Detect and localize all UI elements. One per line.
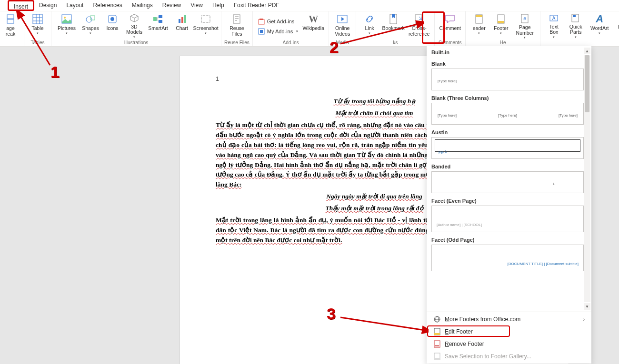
scroll-down-icon[interactable]: ▼	[584, 303, 590, 310]
chart-button[interactable]: Chart	[171, 12, 192, 40]
svg-rect-33	[498, 21, 504, 23]
gallery-option-blank-three-columns[interactable]: [Type here] [Type here] [Type here]	[431, 103, 584, 125]
page-number-button[interactable]: #Page Number▾	[512, 12, 537, 40]
shapes-icon	[85, 13, 96, 25]
screenshot-icon	[200, 13, 211, 25]
gallery-option-austin[interactable]: pg. 1	[431, 137, 584, 159]
svg-rect-21	[201, 16, 210, 22]
ribbon-tabs: Insert Design Layout References Mailings…	[0, 0, 619, 11]
svg-line-58	[340, 317, 425, 330]
tab-references[interactable]: References	[88, 0, 127, 11]
globe-icon	[433, 315, 441, 323]
scroll-thumb[interactable]	[585, 55, 589, 112]
annotation-number-1: 1	[50, 63, 60, 81]
svg-rect-14	[159, 15, 162, 18]
text-box-button[interactable]: AText Box▾	[543, 12, 564, 40]
annotation-arrow-3	[338, 315, 429, 334]
tab-layout[interactable]: Layout	[61, 0, 88, 11]
svg-point-9	[86, 17, 92, 22]
reuse-files-button[interactable]: Reuse Files	[226, 12, 247, 40]
group-addins: Get Add-ins My Add-ins▾ WWikipedia Add-i…	[253, 11, 329, 46]
group-header-footer: eader▾ Footer▾ #Page Number▾ He	[466, 11, 540, 46]
svg-rect-1	[7, 20, 14, 23]
gallery-option-blank[interactable]: [Type here]	[431, 69, 584, 90]
svg-rect-24	[260, 19, 263, 20]
reuse-icon	[231, 13, 242, 25]
gallery-scrollbar[interactable]: ▲ ▼	[584, 48, 590, 310]
tab-review[interactable]: Review	[158, 0, 186, 11]
quick-parts-button[interactable]: Quick Parts▾	[565, 12, 586, 40]
gallery-commands: More Footers from Office.com › Edit Foot…	[427, 312, 591, 364]
gallery-category-builtin: Built-in	[431, 48, 584, 58]
get-addins-button[interactable]: Get Add-ins	[256, 17, 300, 26]
save-selection-footer-button: Save Selection to Footer Gallery...	[427, 350, 591, 363]
scroll-up-icon[interactable]: ▲	[584, 48, 590, 54]
gallery-option-blank-label: Blank	[431, 58, 584, 69]
tab-view[interactable]: View	[186, 0, 208, 11]
annotation-box-edit-footer	[427, 325, 510, 337]
screenshot-button[interactable]: Screenshot▾	[193, 12, 218, 40]
remove-footer-button[interactable]: Remove Footer	[427, 338, 591, 350]
footer-gallery-dropdown: Built-in Blank [Type here] Blank (Three …	[427, 46, 591, 364]
pictures-button[interactable]: Pictures▾	[54, 12, 79, 40]
gallery-option-facet-even-label: Facet (Even Page)	[431, 195, 584, 206]
annotation-number-3: 3	[327, 305, 336, 323]
tab-insert[interactable]: Insert	[8, 0, 34, 11]
header-icon	[473, 13, 485, 25]
3d-models-button[interactable]: 3D Models▾	[124, 12, 145, 40]
cube-icon	[129, 13, 140, 23]
smartart-icon	[152, 13, 164, 25]
tab-design[interactable]: Design	[34, 0, 61, 11]
gallery-option-blank3-label: Blank (Three Columns)	[431, 92, 584, 103]
header-button[interactable]: eader▾	[469, 12, 489, 40]
svg-line-56	[20, 15, 50, 65]
svg-rect-18	[179, 19, 180, 23]
gallery-option-facet-even[interactable]: [Author name] | [SCHOOL]	[431, 206, 584, 232]
remove-footer-icon	[433, 340, 441, 348]
pictures-icon	[61, 13, 72, 25]
chevron-right-icon: ›	[583, 317, 585, 322]
icons-icon	[107, 13, 118, 25]
quickparts-icon	[570, 13, 581, 23]
more-footers-button[interactable]: More Footers from Office.com ›	[427, 313, 591, 325]
svg-rect-0	[7, 15, 14, 19]
wikipedia-button[interactable]: WWikipedia	[301, 12, 326, 40]
page-number-icon: #	[519, 13, 530, 24]
annotation-box-footer	[422, 11, 445, 44]
my-addins-button[interactable]: My Add-ins▾	[256, 27, 300, 36]
textbox-icon: A	[548, 13, 559, 23]
svg-point-12	[110, 17, 114, 21]
svg-rect-31	[476, 15, 482, 17]
svg-rect-20	[184, 15, 186, 23]
save-gallery-icon	[433, 353, 441, 360]
gallery-option-banded-label: Banded	[431, 161, 584, 171]
svg-rect-23	[259, 20, 264, 24]
tab-help[interactable]: Help	[208, 0, 229, 11]
tab-foxit[interactable]: Foxit Reader PDF	[229, 0, 284, 11]
svg-point-8	[64, 17, 66, 19]
wikipedia-icon: W	[308, 13, 319, 25]
annotation-arrow-2	[338, 20, 424, 46]
annotation-arrow-1	[14, 10, 53, 68]
svg-text:A: A	[552, 16, 556, 21]
svg-rect-15	[159, 20, 162, 23]
gallery-option-facet-odd[interactable]: [DOCUMENT TITLE] | [Document subtitle]	[431, 245, 584, 271]
svg-line-57	[340, 24, 419, 44]
svg-rect-55	[434, 358, 440, 360]
smartart-button[interactable]: SmartArt	[146, 12, 170, 40]
shapes-button[interactable]: Shapes▾	[80, 12, 101, 40]
svg-rect-26	[260, 30, 263, 33]
store-icon	[258, 18, 265, 25]
gallery-option-banded[interactable]: 1	[431, 171, 584, 193]
group-illustrations: Pictures▾ Shapes▾ Icons 3D Models▾ Smart…	[51, 11, 221, 46]
tab-mailings[interactable]: Mailings	[127, 0, 158, 11]
icons-button[interactable]: Icons	[102, 12, 123, 40]
svg-line-17	[157, 19, 159, 21]
svg-line-16	[157, 17, 159, 19]
chart-icon	[176, 13, 188, 25]
wordart-button[interactable]: AWordArt▾	[587, 12, 612, 40]
gallery-option-facet-odd-label: Facet (Odd Page)	[431, 234, 584, 245]
footer-button[interactable]: Footer▾	[490, 12, 511, 40]
drop-cap-button[interactable]: ADrop Cap▾	[613, 12, 619, 40]
comment-icon	[444, 13, 456, 25]
